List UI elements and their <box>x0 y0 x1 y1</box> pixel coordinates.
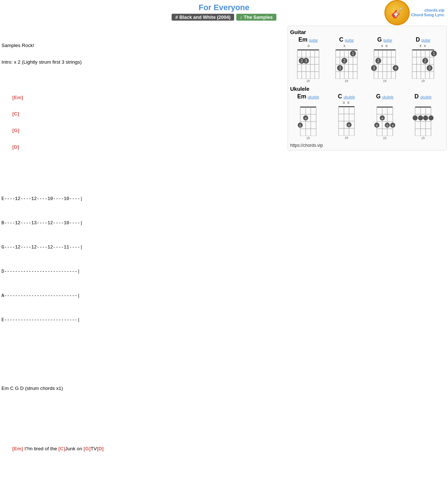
ukulele-g-name: G <box>376 93 380 100</box>
guitar-em-fretboard: 2 3 <box>294 48 323 79</box>
c-chord-ref[interactable]: [C] <box>12 111 19 116</box>
ukulele-em-fretboard: 4 6 <box>297 105 319 136</box>
svg-text:3: 3 <box>305 59 307 63</box>
tab-block-1: E----12----12----10----10----| B----12--… <box>1 179 285 341</box>
album-tag[interactable]: # Black and White (2004) <box>172 14 234 21</box>
c-chord-ref-space <box>12 103 14 108</box>
g-open-markers: x o <box>381 44 388 48</box>
lyrics-section: Samples Rock! Intro: x 2 (Lightly strum … <box>1 25 285 485</box>
artist-tag-label: The Samples <box>244 14 273 20</box>
svg-text:3: 3 <box>339 66 341 70</box>
chords-column: Guitar Em guitar o <box>288 25 447 150</box>
guitar-em-diagram: Em guitar o <box>290 37 326 83</box>
ukulele-c-markers: o o <box>343 101 350 105</box>
ukulele-g-markers <box>384 101 385 105</box>
svg-text:3: 3 <box>373 66 375 70</box>
page-title: For Everyone <box>0 3 448 12</box>
page-header: For Everyone # Black and White (2004) ♪ … <box>0 0 448 25</box>
tab-line-1: E----12----12----10----10----| <box>1 195 285 203</box>
guitar-g-fretboard: 2 3 4 <box>370 48 399 79</box>
tab-line-3: G----12----12----12----11----| <box>1 244 285 251</box>
ukulele-g-diagram: G ukulele <box>367 93 403 140</box>
ukulele-d-diagram: D ukulele <box>405 93 441 140</box>
tab-line-4: D---------------------------| <box>1 268 285 276</box>
ukulele-g-fretboard: 4 6 6 4 <box>374 105 396 136</box>
svg-text:2: 2 <box>301 59 303 63</box>
em-fret-label: 1fr <box>306 79 310 83</box>
ukulele-g-fret-label: 1fr <box>383 136 387 140</box>
guitar-c-diagram: C guitar x <box>328 37 365 83</box>
svg-text:6: 6 <box>376 124 378 127</box>
svg-text:6: 6 <box>348 123 350 127</box>
ukulele-em-fret-label: 1fr <box>306 136 310 140</box>
ukulele-c-fret-label: 1fr <box>345 136 349 140</box>
ukulele-section-title: Ukulele <box>290 86 444 92</box>
logo-site: chords.vip <box>411 8 444 13</box>
tab-line-2: B----12----13----12----10----| <box>1 220 285 227</box>
music-icon: ♪ <box>240 14 242 20</box>
ukulele-em-diagram: Em ukulele <box>290 93 326 140</box>
tags-row: # Black and White (2004) ♪ The Samples <box>0 14 448 21</box>
ukulele-c-type[interactable]: ukulele <box>344 95 355 99</box>
svg-text:2: 2 <box>343 59 345 63</box>
svg-text:4: 4 <box>381 116 383 120</box>
guitar-d-type[interactable]: guitar <box>421 38 430 42</box>
strum-note: Em C G D (strum chords x1) <box>1 368 285 409</box>
guitar-d-fretboard: 1 2 3 <box>409 48 438 79</box>
guitar-g-type[interactable]: guitar <box>383 38 392 42</box>
guitar-d-name: D <box>416 37 420 43</box>
g-chord-ref[interactable]: [G] <box>12 128 20 133</box>
album-tag-label: Black and White (2004) <box>179 14 231 20</box>
g-fret-label: 1fr <box>383 79 387 83</box>
em-chord-ref[interactable]: [Em] <box>12 95 23 100</box>
chord-panel: Guitar Em guitar o <box>288 26 447 150</box>
ukulele-d-name: D <box>414 93 419 100</box>
logo-text: chords.vip Chord Song Lyric <box>411 8 444 17</box>
svg-text:6: 6 <box>299 124 301 127</box>
svg-text:4: 4 <box>395 66 397 70</box>
verse-1-line-1: [Em] I?m tired of the [C]Junk on [G]TV[D… <box>1 437 285 461</box>
guitar-c-name: C <box>339 37 344 43</box>
guitar-g-name: G <box>377 37 382 43</box>
intro-note: Samples Rock! Intro: x 2 (Lightly strum … <box>1 42 285 67</box>
svg-text:6: 6 <box>386 124 388 127</box>
logo-icon: 🎸 <box>384 0 410 25</box>
chord-url[interactable]: https://chords.vip <box>290 143 444 148</box>
ukulele-em-name: Em <box>297 93 306 100</box>
svg-text:2: 2 <box>377 59 379 63</box>
d-fret-label: 1fr <box>421 79 425 83</box>
guitar-section-title: Guitar <box>290 29 444 35</box>
logo-area: 🎸 chords.vip Chord Song Lyric <box>384 0 444 25</box>
verse-1-line-2: [Em] I?m tired of poli[C]ticians speakin… <box>1 480 285 485</box>
guitar-d-diagram: D guitar x x <box>405 37 441 83</box>
d-chord-ref[interactable]: [D] <box>12 144 19 150</box>
ukulele-em-markers <box>308 101 309 105</box>
ukulele-d-type[interactable]: ukulele <box>420 95 432 99</box>
guitar-em-type[interactable]: guitar <box>309 38 318 42</box>
ukulele-d-fret-label: 1fr <box>421 136 425 140</box>
svg-text:1: 1 <box>433 52 435 56</box>
artist-tag[interactable]: ♪ The Samples <box>236 14 276 21</box>
guitar-chord-row: Em guitar o <box>290 37 444 83</box>
d-chord-ref-space <box>12 136 14 141</box>
guitar-g-diagram: G guitar x o <box>367 37 403 83</box>
lyrics-column: Samples Rock! Intro: x 2 (Lightly strum … <box>1 25 288 485</box>
chord-progression: [Em] [C] [G] [D] <box>1 85 285 160</box>
ukulele-d-fretboard <box>412 105 434 136</box>
ukulele-d-markers <box>423 101 424 105</box>
svg-text:3: 3 <box>428 66 431 70</box>
ukulele-em-type[interactable]: ukulele <box>308 95 319 99</box>
svg-point-117 <box>418 115 423 120</box>
svg-text:2: 2 <box>424 59 426 63</box>
em-open-markers: o <box>304 44 312 48</box>
svg-text:1: 1 <box>352 52 354 56</box>
main-layout: Samples Rock! Intro: x 2 (Lightly strum … <box>0 25 448 485</box>
svg-point-118 <box>423 115 428 120</box>
ukulele-c-diagram: C ukulele o o <box>328 93 365 140</box>
guitar-c-type[interactable]: guitar <box>345 38 354 42</box>
ukulele-c-fretboard: 6 <box>336 105 357 136</box>
tab-line-6: E---------------------------| <box>1 316 285 324</box>
svg-text:4: 4 <box>392 124 393 127</box>
ukulele-g-type[interactable]: ukulele <box>382 95 393 99</box>
svg-text:4: 4 <box>305 116 306 120</box>
